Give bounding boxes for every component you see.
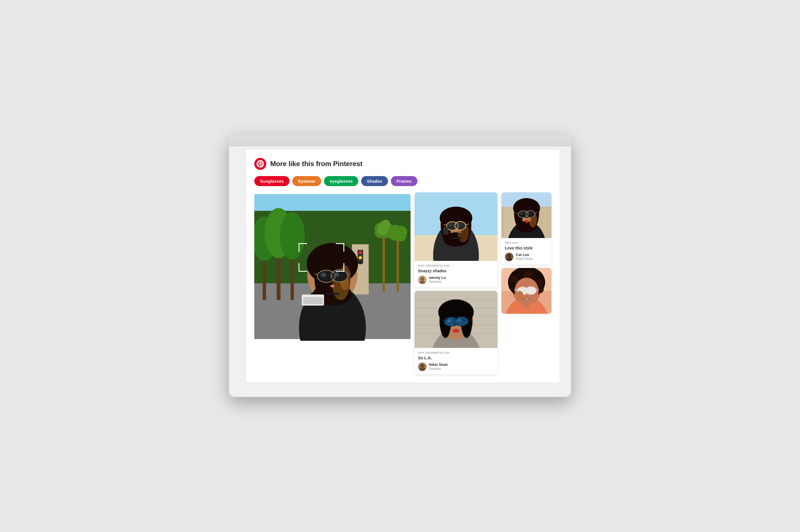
far-pin-image-1 — [502, 192, 551, 238]
svg-point-22 — [359, 261, 362, 264]
screen-content: More like this from Pinterest Sunglasses… — [246, 149, 560, 383]
pin-info-2: from Uploaded by user So L.A. — [415, 348, 497, 375]
svg-rect-11 — [383, 236, 385, 291]
pin-image-2 — [415, 291, 497, 348]
user-name-2: Nikki Shah — [429, 362, 448, 367]
middle-pins-column: from Uploaded by user Snazzy shades — [415, 192, 497, 375]
content-grid: from Uploaded by user Snazzy shades — [254, 192, 551, 375]
svg-point-20 — [359, 251, 362, 254]
far-pin-card-1[interactable]: flickr.com Love this style — [502, 192, 551, 265]
header: More like this from Pinterest — [254, 158, 551, 170]
svg-rect-44 — [303, 297, 323, 304]
avatar-2 — [418, 362, 426, 371]
pin-description-2: So L.A. — [418, 356, 494, 360]
svg-point-118 — [524, 220, 529, 223]
board-name-1: Sunnies — [429, 280, 446, 284]
far-board-name-1: Posh Picks — [516, 257, 532, 261]
svg-point-93 — [420, 364, 424, 368]
svg-point-120 — [507, 254, 511, 258]
svg-point-40 — [334, 272, 340, 277]
pin-image-1 — [415, 192, 497, 261]
far-pin-info-1: flickr.com Love this style — [502, 238, 551, 265]
tag-btn-eyeglasses[interactable]: eyeglasses — [324, 176, 358, 186]
far-avatar-1 — [505, 252, 513, 261]
focus-overlay — [298, 243, 344, 272]
far-pin-source-1: flickr.com — [505, 241, 548, 244]
svg-line-141 — [536, 289, 539, 290]
pin-user-2: Nikki Shah Fashion — [418, 362, 494, 371]
pin-card-1[interactable]: from Uploaded by user Snazzy shades — [415, 192, 497, 287]
svg-rect-12 — [397, 239, 399, 292]
tag-btn-frames[interactable]: Frames — [391, 176, 417, 186]
far-user-details-1: Cat Lee Posh Picks — [516, 252, 532, 261]
svg-point-63 — [457, 224, 460, 226]
far-right-column: flickr.com Love this style — [502, 192, 551, 314]
pinterest-icon — [257, 160, 264, 168]
pin-description-1: Snazzy shades — [418, 269, 494, 273]
device-frame: More like this from Pinterest Sunglasses… — [229, 135, 571, 397]
svg-line-115 — [535, 213, 538, 213]
tag-btn-sunglasses[interactable]: Sunglasses — [254, 176, 289, 186]
user-name-1: wendy Lu — [429, 276, 446, 280]
svg-rect-65 — [443, 227, 448, 234]
svg-rect-42 — [325, 293, 340, 294]
svg-point-21 — [359, 256, 362, 259]
far-pin-user-1: Cat Lee Posh Picks — [505, 252, 548, 261]
svg-point-117 — [527, 212, 530, 214]
svg-point-91 — [453, 329, 459, 333]
user-details-1: wendy Lu Sunnies — [429, 276, 446, 284]
pin-info-1: from Uploaded by user Snazzy shades — [415, 261, 497, 287]
svg-point-67 — [420, 277, 424, 281]
pin-user-1: wendy Lu Sunnies — [418, 276, 494, 284]
pin-source-1: from Uploaded by user — [418, 264, 494, 267]
svg-point-90 — [457, 319, 461, 322]
main-image-wrapper — [254, 192, 411, 341]
far-user-name-1: Cat Lee — [516, 252, 532, 257]
user-details-2: Nikki Shah Fashion — [429, 362, 448, 371]
board-name-2: Fashion — [429, 367, 448, 371]
tag-btn-eyewear[interactable]: Eyewear — [292, 176, 321, 186]
svg-point-62 — [449, 224, 452, 227]
far-pin-image-2 — [502, 268, 551, 314]
tag-btn-shades[interactable]: Shades — [361, 176, 388, 186]
tags-row: SunglassesEyeweareyeglassesShadesFrames — [254, 176, 551, 186]
avatar-1 — [418, 276, 426, 284]
svg-point-39 — [321, 272, 326, 277]
pinterest-logo — [254, 158, 266, 170]
svg-point-41 — [330, 285, 335, 287]
svg-point-116 — [520, 212, 523, 215]
pin-source-2: from Uploaded by user — [418, 351, 494, 354]
far-pin-description-1: Love this style — [505, 246, 548, 250]
svg-rect-64 — [450, 238, 462, 239]
far-pin-card-2[interactable] — [502, 268, 551, 314]
page-title: More like this from Pinterest — [270, 160, 363, 168]
svg-point-89 — [447, 319, 451, 322]
pin-card-2[interactable]: from Uploaded by user So L.A. — [415, 291, 497, 375]
